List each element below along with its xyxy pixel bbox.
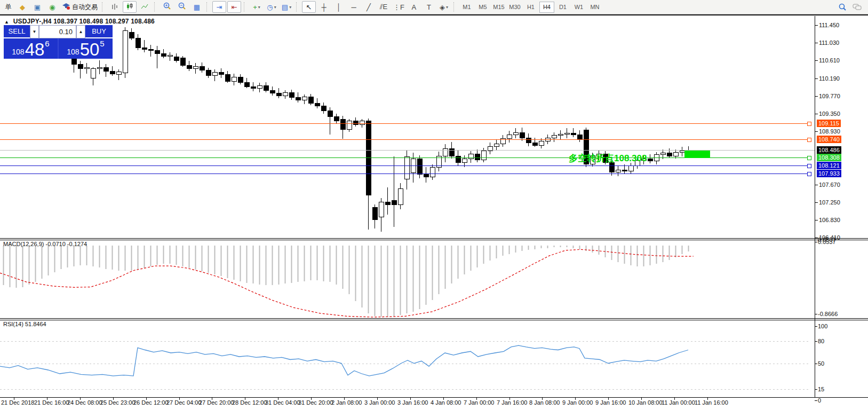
- tile-windows-icon[interactable]: ▦: [190, 1, 204, 13]
- dropdown-arrow-icon[interactable]: ▾: [258, 5, 260, 10]
- time-axis-label: 9 Jan 16:00: [595, 399, 626, 406]
- main-toolbar: 单◆▣◉自动交易▦⇥⇤+▾◷▾▤▾↖┼│─╱⫽E⋮FAT◈▾M1M5M15M30…: [0, 0, 868, 14]
- zoom-out-icon[interactable]: [175, 1, 189, 13]
- new-order-button[interactable]: 单: [1, 1, 14, 13]
- timeframe-button-w1[interactable]: W1: [571, 2, 586, 13]
- templates-icon: ▤: [282, 3, 288, 11]
- deposit-icon: ◆: [20, 3, 25, 11]
- highlight-rectangle[interactable]: [684, 151, 710, 158]
- sell-button[interactable]: SELL: [4, 25, 30, 38]
- macd-scale-bottom-label: -0.8666: [818, 311, 838, 317]
- line-chart-icon[interactable]: [138, 1, 152, 13]
- chart-window: 单◆▣◉自动交易▦⇥⇤+▾◷▾▤▾↖┼│─╱⫽E⋮FAT◈▾M1M5M15M30…: [0, 0, 868, 410]
- macd-histogram: [4, 246, 689, 317]
- turning-point-annotation[interactable]: 多空转折点108.308: [569, 152, 647, 164]
- timeframe-button-m15[interactable]: M15: [491, 2, 506, 13]
- time-axis-label: 9 Jan 00:00: [562, 399, 593, 406]
- collapse-icon[interactable]: ▲: [4, 19, 9, 25]
- time-axis-label: 10 Jan 08:00: [628, 399, 663, 406]
- timeframe-button-mn[interactable]: MN: [587, 2, 602, 13]
- timeframe-button-m1[interactable]: M1: [459, 2, 474, 13]
- buy-price-digits: 50: [80, 42, 100, 58]
- arrows-icon[interactable]: ◈▾: [437, 1, 451, 13]
- time-axis-label: 3 Jan 16:00: [397, 399, 428, 406]
- rsi-scale-label: 50: [818, 360, 824, 367]
- open-value: 108.397: [53, 18, 77, 25]
- timeframe-button-m30[interactable]: M30: [507, 2, 522, 13]
- candlestick-chart[interactable]: [0, 0, 868, 410]
- time-axis-label: 2 Jan 08:00: [331, 399, 362, 406]
- chart-shift-icon[interactable]: ⇤: [227, 1, 241, 13]
- dropdown-arrow-icon[interactable]: ▾: [446, 5, 448, 10]
- time-axis-label: 28 Dec 12:00: [232, 399, 267, 406]
- lot-dropdown-button[interactable]: ▼: [30, 25, 39, 38]
- buy-price-prefix: 108: [67, 48, 79, 56]
- trendline-icon[interactable]: ╱: [362, 1, 376, 13]
- time-axis-label: 25 Dec 23:00: [100, 399, 135, 406]
- rsi-scale-label: 80: [818, 338, 824, 344]
- equidistant-channel-icon[interactable]: ⫽E: [377, 1, 391, 13]
- bar-chart-icon: [111, 3, 118, 12]
- indicators-icon[interactable]: +▾: [250, 1, 264, 13]
- buy-price[interactable]: 108 50 5: [59, 38, 113, 59]
- deposit-icon[interactable]: ◆: [15, 1, 29, 13]
- fibonacci-icon[interactable]: ⋮F: [392, 1, 406, 13]
- chat-icon[interactable]: [850, 1, 864, 13]
- cursor-icon[interactable]: ↖: [302, 1, 316, 13]
- label-icon[interactable]: T: [422, 1, 436, 13]
- buy-button[interactable]: BUY: [85, 25, 113, 38]
- text-icon[interactable]: A: [407, 1, 421, 13]
- timeframe-button-d1[interactable]: D1: [555, 2, 570, 13]
- sell-price[interactable]: 108 48 6: [4, 38, 59, 59]
- auto-scroll-icon: ⇥: [217, 3, 222, 11]
- toolbar-separator: [102, 2, 106, 12]
- current-price-badge: 108.486: [817, 146, 841, 154]
- rsi-line: [0, 345, 688, 376]
- timeframe-button-h4[interactable]: H4: [539, 2, 554, 13]
- auto-scroll-icon[interactable]: ⇥: [212, 1, 226, 13]
- rsi-indicator-label: RSI(14) 51.8464: [3, 321, 46, 327]
- bar-chart-icon[interactable]: [108, 1, 122, 13]
- zoom-in-icon[interactable]: [160, 1, 174, 13]
- price-level-badge[interactable]: 108.740: [817, 136, 841, 143]
- templates-icon[interactable]: ▤▾: [280, 1, 293, 13]
- lot-size-input[interactable]: 0.10: [39, 25, 76, 38]
- time-axis-label: 27 Dec 04:00: [166, 399, 201, 406]
- rsi-scale-label: 15: [818, 386, 824, 392]
- time-axis-label: 7 Jan 16:00: [497, 399, 528, 406]
- sell-price-pip: 6: [45, 39, 49, 48]
- time-axis-label: 31 Dec 20:00: [298, 399, 333, 406]
- sell-price-digits: 48: [25, 42, 45, 58]
- price-level-badge[interactable]: 108.121: [817, 162, 841, 169]
- price-level-badge[interactable]: 107.933: [817, 170, 841, 177]
- search-icon[interactable]: [835, 1, 849, 13]
- horizontal-line-icon[interactable]: ─: [347, 1, 361, 13]
- autotrading-button[interactable]: 自动交易: [60, 1, 99, 13]
- dropdown-arrow-icon[interactable]: ▾: [274, 5, 276, 10]
- signals-icon[interactable]: ◉: [45, 1, 59, 13]
- fibonacci-icon: ⋮F: [393, 3, 404, 11]
- symbol-period-label: USDJPY-,H4: [13, 18, 52, 25]
- strategy-tester-icon[interactable]: ▣: [30, 1, 44, 13]
- arrows-icon: ◈: [440, 3, 445, 11]
- dropdown-arrow-icon[interactable]: ▾: [289, 5, 291, 10]
- lot-increase-button[interactable]: ▲: [76, 25, 85, 38]
- toolbar-separator: [154, 2, 158, 12]
- timeframe-button-h1[interactable]: H1: [523, 2, 538, 13]
- timeframe-button-m5[interactable]: M5: [475, 2, 490, 13]
- price-level-badge[interactable]: 109.115: [817, 120, 841, 127]
- chart-shift-icon: ⇤: [232, 3, 237, 11]
- chart-title: ▲ USDJPY-,H4 108.397 108.498 108.297 108…: [4, 18, 155, 25]
- low-value: 108.297: [105, 18, 129, 25]
- label-icon: T: [427, 3, 431, 11]
- candlestick-chart-icon[interactable]: [123, 1, 137, 13]
- price-level-badge[interactable]: 108.308: [817, 154, 841, 161]
- indicators-icon: +: [253, 3, 257, 11]
- zoom-in-icon: [163, 2, 171, 12]
- toolbar-right-group: [835, 1, 865, 13]
- crosshair-icon[interactable]: ┼: [317, 1, 331, 13]
- vertical-line-icon[interactable]: │: [332, 1, 346, 13]
- price-tick-label: 106.830: [819, 217, 840, 223]
- periods-icon[interactable]: ◷▾: [265, 1, 278, 13]
- close-value: 108.486: [131, 18, 155, 25]
